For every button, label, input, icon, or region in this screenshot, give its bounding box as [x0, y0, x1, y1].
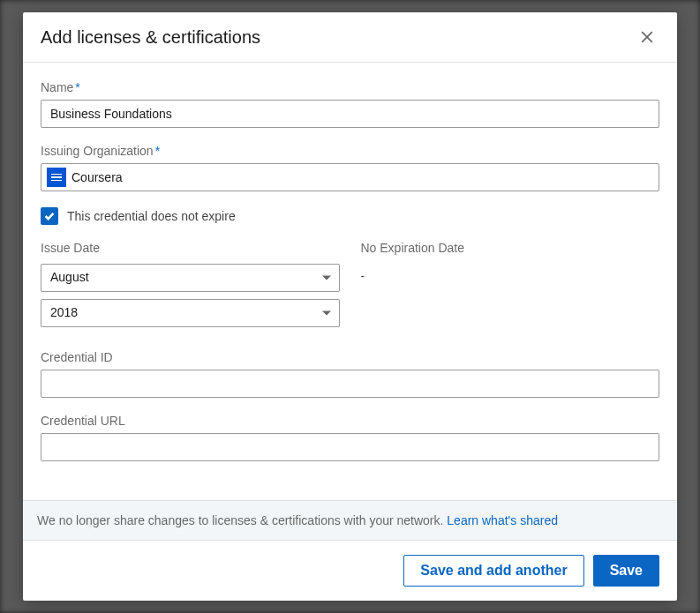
add-certification-modal: Add licenses & certifications Name* Issu…	[23, 12, 677, 601]
org-input[interactable]	[72, 170, 653, 184]
issue-month-wrap: August	[41, 264, 340, 292]
modal-footer: Save and add another Save	[23, 541, 677, 601]
close-button[interactable]	[635, 25, 659, 49]
check-icon	[43, 210, 56, 222]
org-input-wrap[interactable]	[41, 163, 659, 191]
org-group: Issuing Organization*	[41, 144, 659, 191]
expiration-col: No Expiration Date -	[361, 241, 660, 334]
close-icon	[638, 28, 656, 46]
credential-id-label: Credential ID	[41, 350, 659, 364]
name-group: Name*	[41, 80, 659, 128]
info-text: We no longer share changes to licenses &…	[37, 513, 447, 527]
issue-year-wrap: 2018	[41, 299, 340, 327]
name-label: Name*	[41, 80, 659, 94]
credential-url-input[interactable]	[41, 433, 659, 461]
learn-whats-shared-link[interactable]: Learn what's shared	[447, 513, 558, 527]
credential-id-group: Credential ID	[41, 350, 659, 398]
issue-year-select[interactable]: 2018	[41, 299, 340, 327]
credential-id-input[interactable]	[41, 370, 659, 398]
credential-url-label: Credential URL	[41, 414, 659, 428]
expiration-value: -	[361, 264, 660, 283]
credential-url-group: Credential URL	[41, 414, 659, 461]
no-expire-label: This credential does not expire	[67, 209, 236, 223]
save-and-add-another-button[interactable]: Save and add another	[403, 555, 583, 587]
no-expire-checkbox[interactable]	[41, 207, 58, 225]
org-label: Issuing Organization*	[41, 144, 659, 158]
issue-date-label: Issue Date	[41, 241, 340, 255]
org-label-text: Issuing Organization	[41, 144, 154, 158]
issue-month-select[interactable]: August	[41, 264, 340, 292]
modal-body: Name* Issuing Organization* This credent…	[23, 63, 677, 500]
coursera-logo-icon	[47, 168, 66, 187]
name-input[interactable]	[41, 100, 659, 128]
date-row: Issue Date August 2018 No Expiration Dat…	[41, 241, 659, 334]
save-button[interactable]: Save	[593, 555, 659, 587]
expiration-label: No Expiration Date	[361, 241, 660, 255]
required-mark: *	[75, 80, 79, 94]
modal-title: Add licenses & certifications	[41, 27, 260, 48]
no-expire-row: This credential does not expire	[41, 207, 659, 225]
modal-header: Add licenses & certifications	[23, 12, 677, 63]
name-label-text: Name	[41, 80, 73, 94]
info-bar: We no longer share changes to licenses &…	[23, 500, 677, 541]
required-mark: *	[155, 144, 160, 158]
issue-date-col: Issue Date August 2018	[41, 241, 340, 334]
